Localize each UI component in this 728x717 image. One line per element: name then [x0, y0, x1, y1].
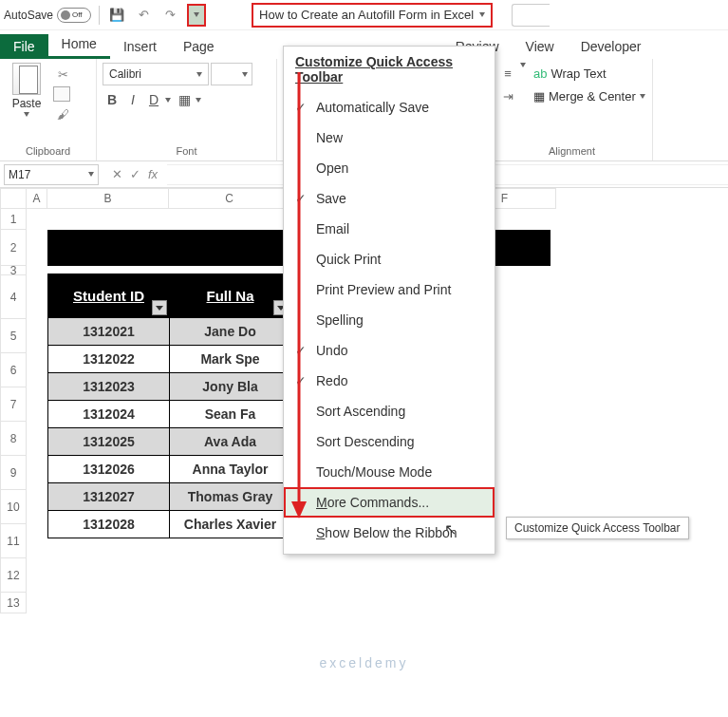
menu-item[interactable]: Sort Descending [284, 426, 495, 457]
group-clipboard: Paste ✂ 🖌 Clipboard [0, 59, 97, 160]
workbook-title[interactable]: How to Create an Autofill Form in Excel [252, 3, 493, 28]
redo-icon[interactable]: ↷ [160, 6, 179, 25]
cell[interactable]: Anna Taylor [170, 456, 291, 483]
cursor-icon: ↖ [444, 520, 457, 538]
enter-icon[interactable]: ✓ [130, 167, 140, 181]
col-header[interactable]: B [47, 188, 169, 209]
cell[interactable]: Charles Xavier [170, 511, 291, 538]
group-alignment: ≡ ⇥ abWrap Text ▦Merge & Center Alignmen… [492, 59, 653, 160]
font-size-select[interactable] [211, 63, 252, 85]
menu-item[interactable]: Quick Print [284, 244, 495, 274]
col-header[interactable]: C [169, 188, 290, 209]
underline-button[interactable]: D [144, 89, 163, 110]
cell[interactable]: 1312022 [48, 346, 170, 373]
row-header[interactable]: 6 [0, 353, 27, 387]
row-header[interactable]: 4 [0, 275, 27, 319]
row-header[interactable]: 3 [0, 266, 27, 275]
col-header[interactable]: A [27, 188, 47, 209]
cell[interactable]: 1312028 [48, 511, 170, 538]
menu-item[interactable]: More Commands... [284, 487, 495, 518]
bold-button[interactable]: B [103, 89, 121, 110]
cell[interactable]: Mark Spe [170, 346, 291, 373]
cell[interactable]: Thomas Gray [170, 483, 291, 511]
align-top-icon[interactable]: ≡ [497, 63, 518, 84]
copy-icon[interactable] [53, 86, 70, 102]
row-header[interactable]: 1 [0, 209, 27, 230]
row-header[interactable]: 7 [0, 387, 27, 422]
table-header[interactable]: Student ID [48, 274, 170, 318]
format-painter-icon[interactable]: 🖌 [53, 104, 72, 123]
italic-button[interactable]: I [123, 89, 142, 110]
row-header[interactable]: 11 [0, 524, 27, 558]
menu-item[interactable]: New [284, 123, 495, 153]
select-all-corner[interactable] [0, 188, 27, 209]
table-header[interactable]: Full Na [170, 274, 291, 318]
menu-title: Customize Quick Access Toolbar [284, 47, 495, 92]
undo-icon[interactable]: ↶ [134, 6, 153, 25]
wrap-text-button[interactable]: abWrap Text [533, 63, 645, 84]
menu-item[interactable]: Spelling [284, 305, 495, 335]
cell[interactable]: Jane Do [170, 318, 291, 346]
row-header[interactable]: 8 [0, 422, 27, 456]
customize-qat-menu: Customize Quick Access Toolbar Automatic… [283, 46, 495, 555]
row-header[interactable]: 5 [0, 319, 27, 353]
customize-qat-button[interactable] [187, 4, 206, 27]
borders-button[interactable]: ▦ [175, 89, 194, 110]
tab-page[interactable]: Page [170, 34, 228, 59]
cancel-icon[interactable]: ✕ [112, 167, 122, 181]
autosave-label: AutoSave [4, 9, 53, 22]
menu-item[interactable]: Undo [284, 335, 495, 366]
menu-item[interactable]: Print Preview and Print [284, 274, 495, 305]
cell[interactable]: 1312024 [48, 401, 170, 428]
group-font: Calibri B I D ▦ Font [97, 59, 277, 160]
merge-center-button[interactable]: ▦Merge & Center [533, 85, 645, 106]
tooltip: Customize Quick Access Toolbar [506, 517, 689, 539]
tab-file[interactable]: File [0, 34, 48, 59]
cell[interactable]: 1312021 [48, 318, 170, 346]
menu-item[interactable]: Email [284, 214, 495, 244]
menu-item[interactable]: Sort Ascending [284, 396, 495, 426]
menu-item[interactable]: Automatically Save [284, 92, 495, 123]
paste-button[interactable]: Paste [6, 63, 47, 123]
save-icon[interactable]: 💾 [107, 6, 126, 25]
tab-developer[interactable]: Developer [568, 34, 655, 59]
quick-access-toolbar: AutoSave Off 💾 ↶ ↷ How to Create an Auto… [0, 0, 728, 30]
row-header[interactable]: 9 [0, 456, 27, 490]
tab-home[interactable]: Home [48, 31, 110, 59]
cell[interactable]: 1312023 [48, 373, 170, 401]
name-box[interactable]: M17 [4, 164, 99, 185]
filter-button[interactable] [152, 300, 167, 315]
fx-icon[interactable]: fx [148, 167, 158, 181]
cell[interactable]: 1312025 [48, 428, 170, 456]
cell[interactable]: 1312026 [48, 456, 170, 483]
cell[interactable]: Sean Fa [170, 401, 291, 428]
search-box[interactable] [512, 4, 550, 27]
cell[interactable]: Jony Bla [170, 373, 291, 401]
row-header[interactable]: 12 [0, 558, 27, 593]
tab-view[interactable]: View [513, 34, 568, 59]
autosave-toggle[interactable]: AutoSave Off [4, 8, 91, 23]
cell[interactable]: 1312027 [48, 483, 170, 511]
menu-item[interactable]: Redo [284, 366, 495, 396]
menu-item[interactable]: Show Below the Ribbon [284, 518, 495, 548]
row-header[interactable]: 10 [0, 490, 27, 524]
menu-item[interactable]: Touch/Mouse Mode [284, 457, 495, 487]
menu-item[interactable]: Open [284, 153, 495, 183]
row-header[interactable]: 13 [0, 593, 27, 613]
tab-insert[interactable]: Insert [110, 34, 170, 59]
watermark: exceldemy [0, 655, 728, 670]
row-header[interactable]: 2 [0, 230, 27, 266]
font-name-select[interactable]: Calibri [103, 63, 209, 85]
menu-item[interactable]: Save [284, 183, 495, 214]
cut-icon[interactable]: ✂ [53, 65, 72, 84]
indent-icon[interactable]: ⇥ [497, 85, 518, 106]
cell[interactable]: Ava Ada [170, 428, 291, 456]
